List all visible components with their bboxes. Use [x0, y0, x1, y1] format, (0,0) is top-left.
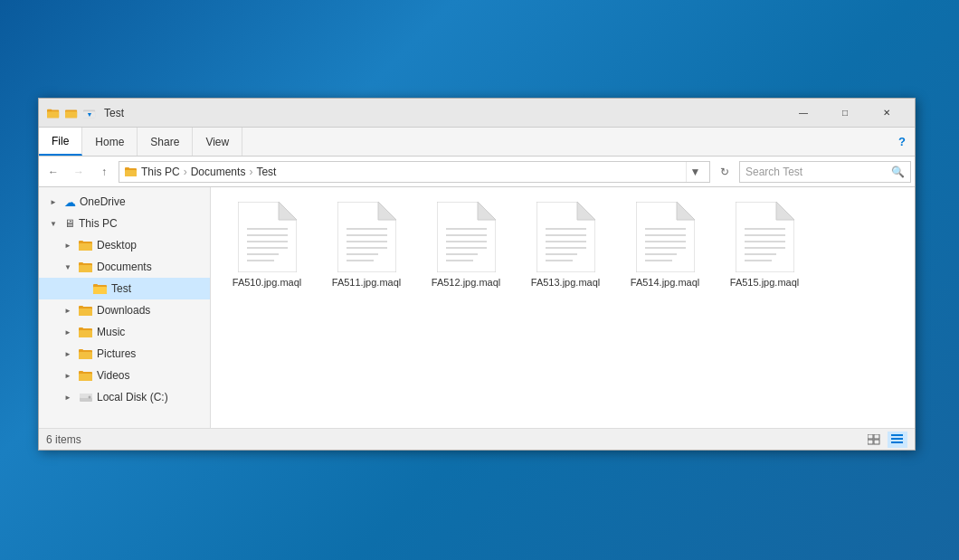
forward-button[interactable]: →: [68, 161, 90, 183]
file-name: FA513.jpg.maql: [531, 276, 600, 289]
statusbar: 6 items: [39, 428, 915, 450]
sidebar-item-pictures[interactable]: ► Pictures: [39, 343, 210, 365]
search-icon[interactable]: 🔍: [891, 166, 905, 178]
path-dropdown[interactable]: ▼: [686, 162, 704, 182]
svg-marker-44: [378, 202, 396, 220]
expand-icon: ►: [61, 368, 75, 383]
file-name: FA510.jpg.maql: [233, 276, 301, 289]
refresh-button[interactable]: ↻: [714, 161, 736, 183]
computer-icon: 🖥: [64, 217, 75, 230]
expand-icon: ►: [46, 195, 61, 209]
file-item-fa511[interactable]: FA511.jpg.maql: [321, 198, 412, 292]
svg-rect-84: [874, 434, 879, 439]
svg-rect-30: [79, 374, 92, 381]
close-button[interactable]: ✕: [866, 99, 907, 128]
svg-rect-10: [125, 167, 129, 170]
onedrive-icon: ☁: [64, 195, 76, 209]
icons-view-button[interactable]: [888, 432, 907, 448]
file-item-fa512[interactable]: FA512.jpg.maql: [421, 198, 511, 292]
svg-rect-86: [874, 440, 879, 444]
path-part-documents[interactable]: Documents: [191, 166, 246, 178]
svg-rect-87: [891, 434, 903, 436]
expand-icon: ►: [61, 390, 75, 404]
sidebar: ► ☁ OneDrive ▼ 🖥 This PC ► Desktop: [39, 187, 211, 428]
svg-rect-22: [79, 306, 83, 308]
address-path[interactable]: This PC › Documents › Test ▼: [119, 161, 710, 183]
svg-rect-27: [79, 352, 92, 359]
tab-share[interactable]: Share: [138, 128, 193, 156]
titlebar: ▼ Test — □ ✕: [39, 99, 915, 128]
drive-icon: [79, 392, 93, 403]
file-item-fa515[interactable]: FA515.jpg.maql: [719, 198, 810, 292]
list-view-button[interactable]: [864, 432, 884, 448]
svg-rect-88: [891, 438, 903, 440]
icons-view-icon: [891, 434, 904, 445]
sidebar-item-label: OneDrive: [80, 195, 126, 208]
sidebar-item-label: Test: [111, 282, 131, 295]
sidebar-item-onedrive[interactable]: ► ☁ OneDrive: [39, 191, 210, 213]
svg-rect-21: [79, 308, 92, 316]
svg-rect-15: [79, 265, 92, 272]
sidebar-item-videos[interactable]: ► Videos: [39, 365, 210, 386]
svg-marker-52: [478, 202, 496, 220]
file-icon: [636, 202, 695, 272]
file-item-fa513[interactable]: FA513.jpg.maql: [520, 198, 611, 292]
back-button[interactable]: ←: [43, 161, 64, 183]
view-controls: [864, 432, 907, 448]
maximize-button[interactable]: □: [824, 99, 866, 128]
expand-icon: ►: [61, 303, 75, 318]
sidebar-item-downloads[interactable]: ► Downloads: [39, 299, 210, 321]
svg-rect-24: [79, 330, 92, 337]
expand-icon: ▼: [46, 216, 61, 231]
list-view-icon: [868, 434, 880, 445]
path-part-thispc[interactable]: This PC: [141, 166, 180, 178]
sidebar-item-music[interactable]: ► Music: [39, 321, 210, 343]
file-icon: [337, 202, 396, 272]
help-button[interactable]: ?: [889, 128, 915, 156]
search-box[interactable]: 🔍: [739, 161, 911, 183]
expand-icon: ►: [61, 325, 75, 339]
tab-home[interactable]: Home: [82, 128, 138, 156]
svg-rect-85: [868, 440, 873, 444]
file-icon: [437, 202, 496, 272]
window-controls: — □ ✕: [783, 99, 907, 128]
ribbon: File Home Share View ?: [39, 128, 915, 157]
svg-rect-12: [79, 243, 92, 251]
sidebar-item-desktop[interactable]: ► Desktop: [39, 234, 210, 256]
svg-text:▼: ▼: [87, 111, 93, 118]
up-button[interactable]: ↑: [93, 161, 115, 183]
window-title: Test: [104, 107, 783, 119]
search-input[interactable]: [745, 166, 888, 178]
file-name: FA512.jpg.maql: [432, 276, 500, 289]
svg-rect-9: [125, 170, 137, 176]
folder-icon: [79, 327, 93, 338]
sidebar-item-label: Local Disk (C:): [97, 391, 168, 403]
sidebar-item-thispc[interactable]: ▼ 🖥 This PC: [39, 213, 210, 234]
path-part-test[interactable]: Test: [256, 166, 276, 178]
file-name: FA511.jpg.maql: [332, 276, 401, 289]
addressbar: ← → ↑ This PC › Documents › Test ▼ ↻ 🔍: [39, 157, 915, 187]
sidebar-item-label: Documents: [97, 261, 152, 273]
svg-point-34: [89, 395, 91, 398]
file-item-fa510[interactable]: FA510.jpg.maql: [222, 198, 312, 292]
folder-icon-yellow: [93, 283, 108, 295]
file-item-fa514[interactable]: FA514.jpg.maql: [620, 198, 710, 292]
minimize-button[interactable]: —: [783, 99, 824, 128]
expand-icon: ►: [61, 238, 75, 252]
sidebar-item-documents[interactable]: ▼ Documents: [39, 256, 210, 278]
content-area: FA510.jpg.maql FA511.jpg.maql: [211, 187, 915, 428]
tab-file[interactable]: File: [39, 128, 82, 156]
svg-rect-28: [79, 349, 83, 352]
sidebar-item-localdisk[interactable]: ► Local Disk (C:): [39, 386, 210, 408]
folder-icon: [79, 305, 93, 317]
expand-icon: ▼: [61, 260, 75, 274]
sidebar-item-label: Pictures: [97, 347, 136, 360]
tab-view[interactable]: View: [193, 128, 242, 156]
sidebar-item-test[interactable]: Test: [39, 278, 210, 299]
expand-icon: ►: [61, 346, 75, 361]
file-explorer-window: ▼ Test — □ ✕ File Home Share View ? ← → …: [38, 98, 916, 451]
svg-rect-19: [93, 284, 98, 287]
svg-rect-31: [79, 371, 83, 374]
svg-rect-25: [79, 327, 83, 330]
path-folder-icon: [125, 166, 138, 177]
